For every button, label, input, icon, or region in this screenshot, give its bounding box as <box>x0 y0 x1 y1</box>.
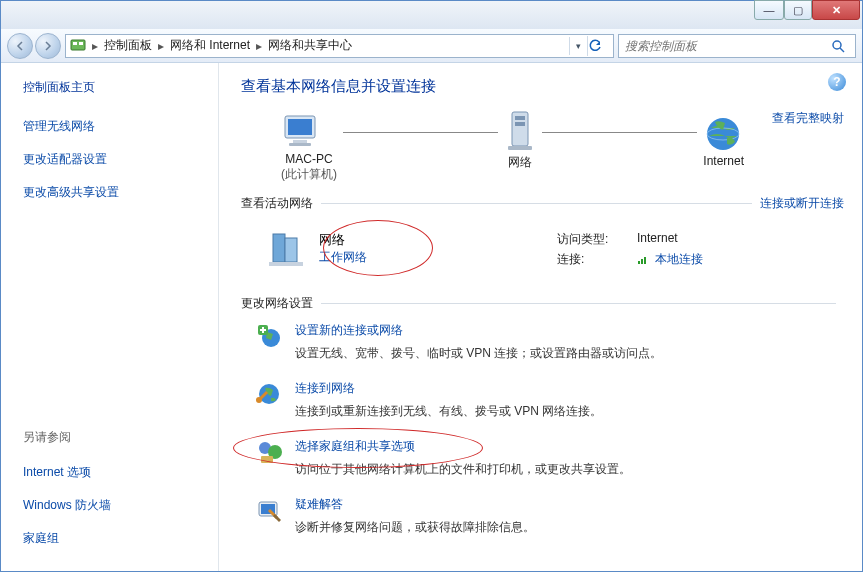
setting-troubleshoot-desc: 诊断并修复网络问题，或获得故障排除信息。 <box>295 519 535 536</box>
forward-button[interactable] <box>35 33 61 59</box>
arrow-right-icon <box>43 41 53 51</box>
sidebar-link-adapter[interactable]: 更改适配器设置 <box>23 151 210 168</box>
address-dropdown[interactable]: ▾ <box>569 37 587 55</box>
svg-rect-17 <box>269 262 303 266</box>
body: 控制面板主页 管理无线网络 更改适配器设置 更改高级共享设置 另请参阅 Inte… <box>1 63 862 571</box>
connect-disconnect-link[interactable]: 连接或断开连接 <box>760 195 844 212</box>
see-also-firewall[interactable]: Windows 防火墙 <box>23 497 210 514</box>
setting-connect-network-desc: 连接到或重新连接到无线、有线、拨号或 VPN 网络连接。 <box>295 403 602 420</box>
change-section-label: 更改网络设置 <box>241 295 313 312</box>
breadcrumb-item-2[interactable]: 网络和共享中心 <box>264 37 356 54</box>
window-buttons: — ▢ ✕ <box>754 0 860 20</box>
search-icon[interactable] <box>831 39 855 53</box>
connect-network-icon <box>255 380 283 408</box>
sidebar: 控制面板主页 管理无线网络 更改适配器设置 更改高级共享设置 另请参阅 Inte… <box>1 63 219 571</box>
active-section-label: 查看活动网络 <box>241 195 313 212</box>
setting-homegroup-desc: 访问位于其他网络计算机上的文件和打印机，或更改共享设置。 <box>295 461 631 478</box>
map-node-pc: MAC-PC (此计算机) <box>281 112 337 183</box>
svg-rect-19 <box>641 259 643 264</box>
active-network-type-link[interactable]: 工作网络 <box>319 249 367 266</box>
back-button[interactable] <box>7 33 33 59</box>
map-connector <box>343 132 498 133</box>
svg-rect-1 <box>73 42 77 45</box>
connection-label: 连接: <box>557 251 619 268</box>
map-node-network: 网络 <box>504 110 536 185</box>
view-full-map-link[interactable]: 查看完整映射 <box>754 110 844 127</box>
setting-troubleshoot: 疑难解答 诊断并修复网络问题，或获得故障排除信息。 <box>255 496 844 536</box>
setting-new-connection-desc: 设置无线、宽带、拨号、临时或 VPN 连接；或设置路由器或访问点。 <box>295 345 662 362</box>
change-settings-header: 更改网络设置 <box>241 295 844 312</box>
content-pane: ? 查看基本网络信息并设置连接 MAC-PC (此计算机) <box>219 63 862 571</box>
svg-rect-20 <box>644 257 646 264</box>
svg-rect-11 <box>515 122 525 126</box>
active-network-block: 网络 工作网络 访问类型: Internet 连接: <box>241 218 844 277</box>
breadcrumb-sep: ▸ <box>254 39 264 53</box>
see-also-internet-options[interactable]: Internet 选项 <box>23 464 210 481</box>
settings-list: 设置新的连接或网络 设置无线、宽带、拨号、临时或 VPN 连接；或设置路由器或访… <box>241 322 844 536</box>
close-button[interactable]: ✕ <box>812 0 860 20</box>
setting-new-connection-title[interactable]: 设置新的连接或网络 <box>295 322 662 339</box>
svg-rect-10 <box>515 116 525 120</box>
svg-rect-8 <box>289 143 311 146</box>
breadcrumb-sep: ▸ <box>90 39 100 53</box>
breadcrumb-item-0[interactable]: 控制面板 <box>100 37 156 54</box>
address-bar[interactable]: ▸ 控制面板 ▸ 网络和 Internet ▸ 网络和共享中心 ▾ <box>65 34 614 58</box>
svg-point-24 <box>256 397 262 403</box>
setting-troubleshoot-title[interactable]: 疑难解答 <box>295 496 535 513</box>
map-network-label: 网络 <box>504 154 536 171</box>
connection-link[interactable]: 本地连接 <box>655 252 703 266</box>
minimize-button[interactable]: — <box>754 0 784 20</box>
globe-icon <box>703 114 743 154</box>
navbar: ▸ 控制面板 ▸ 网络和 Internet ▸ 网络和共享中心 ▾ <box>1 29 862 63</box>
svg-rect-7 <box>293 140 307 143</box>
active-network-name: 网络 <box>319 231 367 249</box>
map-connector <box>542 132 697 133</box>
troubleshoot-icon <box>255 496 283 524</box>
page-title: 查看基本网络信息并设置连接 <box>241 77 844 96</box>
see-also-homegroup[interactable]: 家庭组 <box>23 530 210 547</box>
map-pc-sub: (此计算机) <box>281 166 337 183</box>
refresh-button[interactable] <box>587 36 609 56</box>
control-panel-icon <box>70 38 86 54</box>
access-type-value: Internet <box>637 231 678 248</box>
breadcrumb-item-1[interactable]: 网络和 Internet <box>166 37 254 54</box>
sidebar-link-advanced-sharing[interactable]: 更改高级共享设置 <box>23 184 210 201</box>
homegroup-icon <box>255 438 283 466</box>
access-type-label: 访问类型: <box>557 231 619 248</box>
refresh-icon <box>588 39 602 53</box>
setting-new-connection: 设置新的连接或网络 设置无线、宽带、拨号、临时或 VPN 连接；或设置路由器或访… <box>255 322 844 362</box>
svg-rect-15 <box>273 234 285 262</box>
svg-rect-18 <box>638 261 640 264</box>
network-icon <box>267 228 307 268</box>
breadcrumb-sep: ▸ <box>156 39 166 53</box>
window-frame: — ▢ ✕ ▸ 控制面板 ▸ 网络和 Internet ▸ 网络和共享中心 ▾ <box>0 0 863 572</box>
setting-homegroup-title[interactable]: 选择家庭组和共享选项 <box>295 438 631 455</box>
active-networks-header: 查看活动网络 连接或断开连接 <box>241 195 844 212</box>
svg-rect-27 <box>261 456 273 463</box>
svg-rect-16 <box>285 238 297 262</box>
svg-rect-6 <box>288 119 312 135</box>
map-internet-label: Internet <box>703 154 744 168</box>
map-pc-name: MAC-PC <box>281 152 337 166</box>
search-input[interactable] <box>619 39 831 53</box>
svg-rect-12 <box>508 146 532 150</box>
svg-point-3 <box>833 41 841 49</box>
svg-rect-2 <box>79 42 83 45</box>
nav-arrows <box>7 33 61 59</box>
setting-connect-network-title[interactable]: 连接到网络 <box>295 380 602 397</box>
new-connection-icon <box>255 322 283 350</box>
map-node-internet: Internet <box>703 114 744 182</box>
connection-signal-icon <box>637 255 649 265</box>
help-icon[interactable]: ? <box>828 73 846 91</box>
sidebar-link-wireless[interactable]: 管理无线网络 <box>23 118 210 135</box>
maximize-button[interactable]: ▢ <box>784 0 812 20</box>
sidebar-home-link[interactable]: 控制面板主页 <box>23 79 210 96</box>
search-box[interactable] <box>618 34 856 58</box>
network-device-icon <box>504 110 536 154</box>
setting-homegroup-sharing: 选择家庭组和共享选项 访问位于其他网络计算机上的文件和打印机，或更改共享设置。 <box>255 438 844 478</box>
svg-line-4 <box>840 48 844 52</box>
setting-connect-network: 连接到网络 连接到或重新连接到无线、有线、拨号或 VPN 网络连接。 <box>255 380 844 420</box>
titlebar: — ▢ ✕ <box>1 1 862 29</box>
network-map: MAC-PC (此计算机) 网络 <box>241 110 844 185</box>
active-network-details: 访问类型: Internet 连接: 本地连接 <box>557 228 844 271</box>
